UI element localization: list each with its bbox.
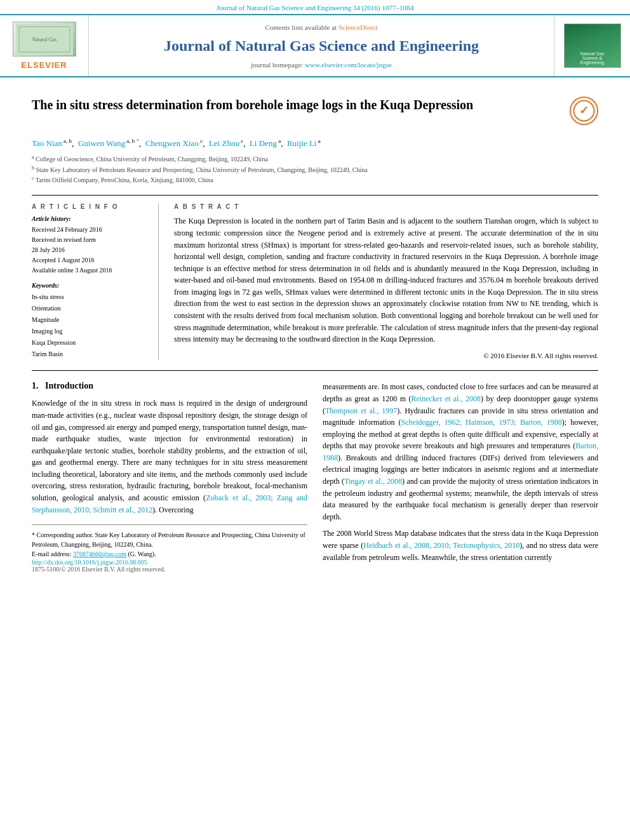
ref-barton[interactable]: Barton, 1988	[323, 441, 598, 462]
keyword-kuqa: Kuqa Depression	[32, 337, 148, 349]
ref-thompson[interactable]: Thompson et al., 1997	[325, 406, 397, 415]
svg-text:✓: ✓	[579, 104, 589, 117]
keyword-tarim: Tarim Basin	[32, 349, 148, 360]
author-chengwen-xiao: Chengwen Xiao	[145, 138, 199, 148]
copyright-line: © 2016 Elsevier B.V. All rights reserved…	[174, 352, 598, 359]
introduction-left-column: 1. Introduction Knowledge of the in situ…	[32, 381, 307, 573]
accepted-date: Accepted 1 August 2016	[32, 255, 148, 265]
ref-scheidegger[interactable]: Scheidegger, 1962; Haimson, 1973; Barton…	[401, 418, 562, 427]
ref-reinecker[interactable]: Reinecker et al., 2008	[412, 394, 481, 403]
journal-header-center: Contents lists available at ScienceDirec…	[89, 15, 554, 76]
affiliations-section: a College of Geoscience, China Universit…	[32, 154, 598, 185]
introduction-right-column: measurements are. In most cases, conduct…	[323, 381, 598, 573]
ref-tingay[interactable]: Tingay et al., 2008	[344, 477, 402, 486]
article-title-section: The in situ stress determination from bo…	[32, 90, 598, 131]
article-info-header: A R T I C L E I N F O	[32, 203, 148, 210]
article-title: The in situ stress determination from bo…	[32, 97, 570, 113]
article-info-column: A R T I C L E I N F O Article history: R…	[32, 203, 159, 360]
email-link[interactable]: 370874660@qq.com	[73, 550, 126, 557]
affiliation-b: b State Key Laboratory of Petroleum Reso…	[32, 164, 598, 175]
online-date: Available online 3 August 2016	[32, 265, 148, 276]
sciencedirect-line: Contents lists available at ScienceDirec…	[265, 23, 377, 31]
ref-zoback[interactable]: Zoback et al., 2003; Zang and Stephansso…	[32, 493, 307, 514]
introduction-right-para2: The 2008 World Stress Map database indic…	[323, 528, 598, 563]
author-li-deng: Li Deng	[250, 138, 277, 148]
article-history-text: Received 24 February 2016 Received in re…	[32, 225, 148, 276]
introduction-right-para1: measurements are. In most cases, conduct…	[323, 381, 598, 523]
authors-section: Tao Nian a, b, Guiwen Wang a, b *, Cheng…	[32, 138, 598, 149]
elsevier-logo-section: Natural Gas ELSEVIER	[0, 15, 89, 76]
article-body: The in situ stress determination from bo…	[0, 77, 630, 585]
footnote-corresponding: * Corresponding author. State Key Labora…	[32, 530, 307, 549]
elsevier-logo-text: ELSEVIER	[21, 60, 67, 70]
homepage-line: journal homepage: www.elsevier.com/locat…	[251, 61, 392, 69]
article-info-abstract-columns: A R T I C L E I N F O Article history: R…	[32, 195, 598, 360]
issn-text: 1875-5100/© 2016 Elsevier B.V. All right…	[32, 566, 307, 573]
journal-reference-text: Journal of Natural Gas Science and Engin…	[217, 4, 413, 11]
abstract-header: A B S T R A C T	[174, 203, 598, 210]
abstract-column: A B S T R A C T The Kuqa Depression is l…	[174, 203, 598, 360]
journal-header: Natural Gas ELSEVIER Contents lists avai…	[0, 15, 630, 77]
affiliation-a: a College of Geoscience, China Universit…	[32, 154, 598, 164]
abstract-text: The Kuqa Depression is located in the no…	[174, 215, 598, 345]
keyword-insitu: In-situ stress	[32, 291, 148, 303]
doi-link[interactable]: http://dx.doi.org/10.1016/j.jngse.2016.0…	[32, 559, 307, 566]
journal-cover-image: Natural GasScience &Engineering	[554, 15, 630, 76]
affiliation-c: c Tarim Oilfield Company, PetroChina, Ko…	[32, 175, 598, 185]
keyword-imaging: Imaging log	[32, 326, 148, 337]
journal-thumbnail-image: Natural Gas	[13, 22, 76, 57]
revised-label: Received in revised form	[32, 235, 148, 245]
article-history-title: Article history:	[32, 215, 148, 222]
introduction-heading: 1. Introduction	[32, 381, 307, 391]
revised-date: 28 July 2016	[32, 245, 148, 255]
received-date: Received 24 February 2016	[32, 225, 148, 235]
author-guiwen-wang: Guiwen Wang	[78, 138, 125, 148]
author-tao-nian: Tao Nian	[32, 138, 62, 148]
intro-section-title: Introduction	[45, 381, 93, 390]
keyword-magnitude: Magnitude	[32, 314, 148, 326]
footnote-section: * Corresponding author. State Key Labora…	[32, 524, 307, 573]
ref-heidbach[interactable]: Heidbach et al., 2008, 2010; Tectonophys…	[363, 541, 519, 550]
journal-cover-text: Natural GasScience &Engineering	[580, 51, 604, 65]
section-divider	[32, 370, 598, 371]
footnote-email: E-mail address: 370874660@qq.com (G. Wan…	[32, 549, 307, 559]
keywords-label: Keywords:	[32, 282, 148, 289]
keyword-orientation: Orientation	[32, 303, 148, 314]
journal-cover-thumbnail: Natural GasScience &Engineering	[564, 23, 621, 68]
homepage-link[interactable]: www.elsevier.com/locate/jngse	[305, 61, 392, 69]
journal-title: Journal of Natural Gas Science and Engin…	[164, 37, 479, 55]
introduction-section: 1. Introduction Knowledge of the in situ…	[32, 381, 598, 573]
author-ruijie-li: Ruijie Li	[287, 138, 317, 148]
svg-text:Natural Gas: Natural Gas	[32, 37, 56, 43]
journal-reference-bar: Journal of Natural Gas Science and Engin…	[0, 0, 630, 15]
introduction-paragraph-1: Knowledge of the in situ stress in rock …	[32, 397, 307, 516]
author-lei-zhou: Lei Zhou	[209, 138, 239, 148]
sciencedirect-link[interactable]: ScienceDirect	[338, 23, 378, 31]
crossmark-badge[interactable]: ✓	[570, 97, 598, 125]
keywords-list: In-situ stress Orientation Magnitude Ima…	[32, 291, 148, 360]
intro-section-num: 1.	[32, 381, 39, 390]
